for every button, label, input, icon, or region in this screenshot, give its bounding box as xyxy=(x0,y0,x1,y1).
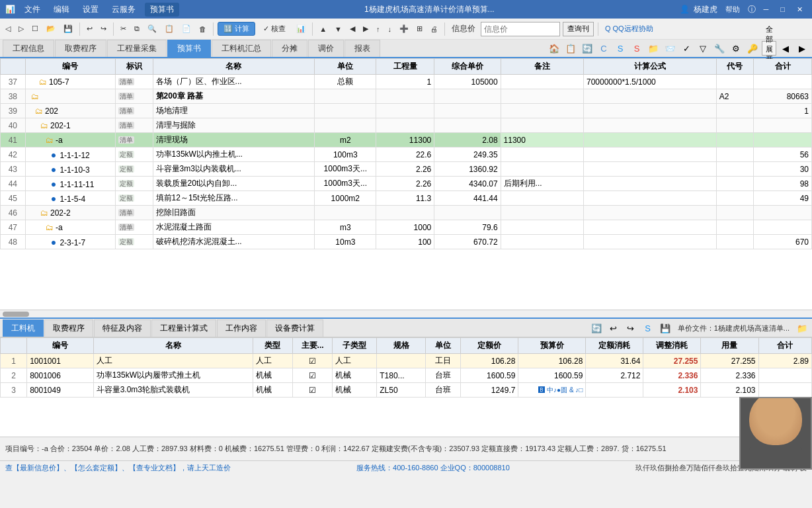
icon-btn-nav-right[interactable]: ▶ xyxy=(795,41,809,56)
table-row[interactable]: 37 🗂 105-7 清单 各场（厂）区、作业区... 总额 1 105000 … xyxy=(1,75,812,89)
icon-btn-13[interactable]: 🔑 xyxy=(745,41,760,56)
minimize-btn[interactable]: ─ xyxy=(760,4,773,15)
menu-file[interactable]: 文件 xyxy=(20,4,44,15)
table-row[interactable]: 2 8001006 功率135kW以内履带式推土机 机械 ☑ 机械 T180..… xyxy=(1,368,812,383)
right-btn[interactable]: ▶ xyxy=(360,23,371,34)
help-btn[interactable]: 帮助 xyxy=(721,3,744,16)
search-btn-tb[interactable]: 🔍 xyxy=(145,23,159,34)
icon-btn-11[interactable]: 🔧 xyxy=(712,41,727,56)
menu-edit[interactable]: 编辑 xyxy=(50,4,73,15)
icon-btn-2[interactable]: 📋 xyxy=(563,41,578,56)
copy-btn[interactable]: ⧉ xyxy=(132,23,142,34)
btab-features[interactable]: 特征及内容 xyxy=(94,319,151,337)
table-row[interactable]: 44 ● 1-1-11-11 定额 装载质量20t以内自卸... 1000m3天… xyxy=(1,177,812,191)
up-btn[interactable]: ▲ xyxy=(317,24,329,34)
bcol-name: 名称 xyxy=(93,338,253,354)
scroll-thumb[interactable] xyxy=(3,312,29,317)
delete-btn[interactable]: 🗑 xyxy=(196,24,209,34)
extra-btn[interactable]: 📊 xyxy=(294,23,308,34)
new-btn[interactable]: ☐ xyxy=(29,23,41,34)
bottom-icon-5[interactable]: 💾 xyxy=(658,321,672,335)
cut-btn[interactable]: ✂ xyxy=(118,23,129,34)
icon-btn-1[interactable]: 🏠 xyxy=(547,41,561,56)
table-row[interactable]: 40 🗂 202-1 清单 清理与掘除 xyxy=(1,118,812,133)
tab-budget-book[interactable]: 预算书 xyxy=(167,40,211,57)
menu-settings[interactable]: 设置 xyxy=(79,4,102,15)
folder-icon: 🗂 xyxy=(40,208,48,218)
cell-type: 机械 xyxy=(253,383,292,398)
bottom-icon-3[interactable]: ↪ xyxy=(624,321,638,335)
bottom-icon-folder[interactable]: 📁 xyxy=(795,321,809,335)
menu-cloud[interactable]: 云服务 xyxy=(108,4,140,15)
icon-btn-5[interactable]: S xyxy=(613,41,628,56)
cell-note: 11300 xyxy=(501,133,583,148)
btab-qty-formula[interactable]: 工程量计算式 xyxy=(151,319,216,337)
calc-btn[interactable]: 🔢 计算 xyxy=(218,22,255,36)
expand-all-btn[interactable]: 全部展开▼ xyxy=(762,41,776,56)
budget-table: 编号 标识 名称 单位 工程量 综合单价 备注 计算公式 代号 合计 37 🗂 … xyxy=(0,58,812,249)
cell-id xyxy=(716,191,753,206)
paste-btn[interactable]: 📋 xyxy=(162,23,177,34)
status-left[interactable]: 查【最新信息价】、【怎么套定额】、【查专业文档】，请上天工造价 xyxy=(5,463,231,473)
view-btn[interactable]: ⊞ xyxy=(414,23,425,34)
maximize-btn[interactable]: □ xyxy=(776,4,789,15)
icon-btn-6[interactable]: S xyxy=(629,41,644,56)
table-row[interactable]: 48 ● 2-3-1-7 定额 破碎机挖清水泥混凝土... 10m3 100 6… xyxy=(1,235,812,249)
icon-btn-4[interactable]: C xyxy=(596,41,611,56)
btab-work-content[interactable]: 工作内容 xyxy=(217,319,266,337)
table-row[interactable]: 47 🗂 -a 清单 水泥混凝土路面 m3 1000 79.6 xyxy=(1,220,812,235)
check-btn[interactable]: ✓ 核查 xyxy=(258,22,291,35)
icon-btn-nav-left[interactable]: ◀ xyxy=(778,41,793,56)
icon-btn-7[interactable]: 📁 xyxy=(646,41,661,56)
icon-btn-10[interactable]: ▽ xyxy=(696,41,710,56)
qq-btn[interactable]: Q QQ远程协助 xyxy=(602,22,656,35)
add-row-btn[interactable]: ➕ xyxy=(397,23,411,34)
icon-btn-3[interactable]: 🔄 xyxy=(580,41,594,56)
close-btn[interactable]: ✕ xyxy=(793,4,807,15)
table-row[interactable]: 3 8001049 斗容量3.0m3轮胎式装载机 机械 ☑ 机械 ZL50 台班… xyxy=(1,383,812,398)
back-btn[interactable]: ◁ xyxy=(3,23,13,34)
menu-budget[interactable]: 预算书 xyxy=(145,3,179,17)
uplevel-btn[interactable]: ↑ xyxy=(374,24,383,34)
down-btn[interactable]: ▼ xyxy=(332,24,345,34)
undo-btn[interactable]: ↩ xyxy=(84,23,95,34)
table-row[interactable]: 46 🗂 202-2 清单 挖除旧路面 xyxy=(1,206,812,220)
table-row[interactable]: 38 🗂 清单 第200章 路基 A2 80663 xyxy=(1,89,812,104)
tab-project-info[interactable]: 工程信息 xyxy=(3,40,54,57)
bottom-icon-4[interactable]: S xyxy=(641,321,655,335)
table-row[interactable]: 43 ● 1-1-10-3 定额 斗容量3m3以内装载机... 1000m3天.… xyxy=(1,162,812,177)
downlevel-btn[interactable]: ↓ xyxy=(385,24,394,34)
tab-distribute[interactable]: 分摊 xyxy=(272,40,307,57)
open-btn[interactable]: 📂 xyxy=(44,23,58,34)
fwd-btn[interactable]: ▷ xyxy=(16,23,26,34)
bottom-icon-1[interactable]: 🔄 xyxy=(589,321,604,335)
icon-btn-8[interactable]: 📨 xyxy=(663,41,677,56)
table-row[interactable]: 1 1001001 人工 人工 ☑ 人工 工日 106.28 106.28 31… xyxy=(1,354,812,368)
tab-fee-procedure[interactable]: 取费程序 xyxy=(55,40,106,57)
table-row[interactable]: 39 🗂 202 清单 场地清理 1 xyxy=(1,104,812,118)
bottom-icon-2[interactable]: ↩ xyxy=(606,321,621,335)
info-price-input[interactable] xyxy=(481,22,560,36)
cell-qty: 2.26 xyxy=(376,162,434,177)
table-row[interactable]: 42 ● 1-1-1-12 定额 功率135kW以内推土机... 100m3 2… xyxy=(1,148,812,162)
icon-btn-9[interactable]: ✓ xyxy=(679,41,694,56)
save-btn[interactable]: 💾 xyxy=(61,23,75,34)
btab-material[interactable]: 工料机 xyxy=(3,319,44,337)
btab-equip-cost[interactable]: 设备费计算 xyxy=(266,319,323,337)
tab-report[interactable]: 报表 xyxy=(345,40,380,57)
cell-qty xyxy=(376,104,434,118)
table-row[interactable]: 41 🗂 -a 清单 清理现场 m2 11300 2.08 11300 xyxy=(1,133,812,148)
main-scrollbar[interactable] xyxy=(0,310,812,318)
tab-material-summary[interactable]: 工料机汇总 xyxy=(212,40,271,57)
icon-btn-12[interactable]: ⚙ xyxy=(729,41,743,56)
redo-btn[interactable]: ↪ xyxy=(98,23,109,34)
print-btn[interactable]: 🖨 xyxy=(428,24,440,34)
tab-quantity-collect[interactable]: 工程量采集 xyxy=(107,40,167,57)
new-doc-btn[interactable]: 📄 xyxy=(179,23,194,34)
tab-adjust-price[interactable]: 调价 xyxy=(308,40,344,57)
query-btn[interactable]: 查询刊 xyxy=(563,22,594,36)
table-row[interactable]: 45 ● 1-1-5-4 定额 填前12～15t光轮压路... 1000m2 1… xyxy=(1,191,812,206)
left-btn[interactable]: ◀ xyxy=(347,23,358,34)
cell-formula xyxy=(584,191,717,206)
btab-fee-proc[interactable]: 取费程序 xyxy=(44,319,93,337)
